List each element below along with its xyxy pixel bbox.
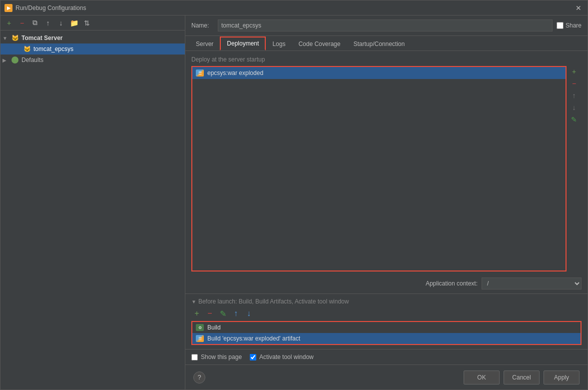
dialog-icon: ▶ xyxy=(4,4,12,12)
before-launch-toggle[interactable]: ▼ xyxy=(191,299,196,304)
before-launch-toolbar: + − ✎ ↑ ↓ xyxy=(191,308,582,319)
before-launch-down-button[interactable]: ↓ xyxy=(243,308,254,319)
deploy-section: Deploy at the server startup ☰ epcsys:wa… xyxy=(185,51,588,276)
name-row: Name: Share xyxy=(185,16,588,36)
title-bar: ▶ Run/Debug Configurations ✕ xyxy=(0,0,588,16)
before-launch-section: ▼ Before launch: Build, Build Artifacts,… xyxy=(185,294,588,349)
deploy-down-button[interactable]: ↓ xyxy=(569,102,580,113)
tree-item-tomcat-server-group[interactable]: ▼ 🐱 Tomcat Server xyxy=(0,32,185,44)
before-launch-title: Before launch: Build, Build Artifacts, A… xyxy=(198,298,349,305)
sort-button[interactable]: ⇅ xyxy=(81,18,92,28)
tomcat-epcsys-label: tomcat_epcsys xyxy=(33,46,73,52)
deploy-edit-button[interactable]: ✎ xyxy=(569,114,580,125)
copy-config-button[interactable]: ⧉ xyxy=(29,18,40,28)
folder-button[interactable]: 📁 xyxy=(68,18,79,28)
tab-deployment[interactable]: Deployment xyxy=(220,36,266,50)
tabs-row: Server Deployment Logs Code Coverage Sta… xyxy=(185,36,588,51)
ok-button[interactable]: OK xyxy=(464,370,500,384)
tab-code-coverage[interactable]: Code Coverage xyxy=(292,36,347,50)
close-button[interactable]: ✕ xyxy=(574,3,584,13)
war-exploded-icon: ☰ xyxy=(195,68,204,78)
build-artifact-icon: ☰ xyxy=(195,334,204,343)
tomcat-server-icon: 🐱 xyxy=(10,34,19,42)
deploy-list: ☰ epcsys:war exploded xyxy=(191,66,567,272)
deploy-side-buttons: + − ↑ ↓ ✎ xyxy=(567,66,582,272)
add-config-button[interactable]: + xyxy=(3,18,14,28)
main-content: + − ⧉ ↑ ↓ 📁 ⇅ ▼ 🐱 Tomcat Server xyxy=(0,16,588,390)
tree-item-tomcat-epcsys[interactable]: ▶ 🐱 tomcat_epcsys xyxy=(0,44,185,54)
deploy-remove-button[interactable]: − xyxy=(569,78,580,89)
dialog-title: Run/Debug Configurations xyxy=(15,4,574,12)
name-input[interactable] xyxy=(218,20,553,32)
tab-logs[interactable]: Logs xyxy=(266,36,292,50)
tree-toggle-tomcat: ▼ xyxy=(2,36,10,41)
move-down-button[interactable]: ↓ xyxy=(55,18,66,28)
footer-options: Show this page Activate tool window xyxy=(185,349,588,364)
app-context-label: Application context: xyxy=(426,280,478,287)
share-checkbox[interactable] xyxy=(557,22,564,29)
deploy-item-label: epcsys:war exploded xyxy=(207,70,263,76)
right-panel: Name: Share Server Deployment Logs xyxy=(185,16,588,390)
bottom-bar: ? OK Cancel Apply xyxy=(185,364,588,390)
build-icon: ⚙ xyxy=(195,323,204,332)
before-launch-remove-button[interactable]: − xyxy=(204,308,215,319)
activate-tool-checkbox[interactable] xyxy=(250,354,256,360)
help-button[interactable]: ? xyxy=(193,372,205,384)
build-artifact-label: Build 'epcsys:war exploded' artifact xyxy=(207,335,300,342)
before-launch-list: ⚙ Build ☰ Build 'epcsys:war exploded' ar… xyxy=(191,321,582,345)
show-page-label: Show this page xyxy=(201,354,242,360)
deploy-up-button[interactable]: ↑ xyxy=(569,90,580,101)
deploy-main: ☰ epcsys:war exploded + − ↑ ↓ ✎ xyxy=(191,66,582,272)
deploy-add-button[interactable]: + xyxy=(569,66,580,77)
tab-startup-connection[interactable]: Startup/Connection xyxy=(347,36,411,50)
share-area: Share xyxy=(557,22,582,29)
activate-tool-option: Activate tool window xyxy=(250,354,314,360)
cancel-button[interactable]: Cancel xyxy=(504,370,540,384)
left-panel: + − ⧉ ↑ ↓ 📁 ⇅ ▼ 🐱 Tomcat Server xyxy=(0,16,185,390)
move-up-button[interactable]: ↑ xyxy=(42,18,53,28)
tab-server[interactable]: Server xyxy=(189,36,220,50)
deployment-tab-content: Deploy at the server startup ☰ epcsys:wa… xyxy=(185,51,588,364)
config-tree: ▼ 🐱 Tomcat Server ▶ 🐱 tomcat_epcsys xyxy=(0,30,185,390)
defaults-label: Defaults xyxy=(21,56,43,64)
before-launch-item-build[interactable]: ⚙ Build xyxy=(192,322,581,333)
name-label: Name: xyxy=(191,22,214,29)
deploy-item-epcsys-war[interactable]: ☰ epcsys:war exploded xyxy=(192,67,566,79)
apply-button[interactable]: Apply xyxy=(544,370,580,384)
deploy-at-startup-label: Deploy at the server startup xyxy=(191,56,582,63)
show-page-option: Show this page xyxy=(191,354,242,360)
run-debug-configurations-dialog: ▶ Run/Debug Configurations ✕ + − ⧉ ↑ ↓ 📁… xyxy=(0,0,588,390)
tree-item-defaults[interactable]: ▶ Defaults xyxy=(0,54,185,66)
build-label: Build xyxy=(207,324,221,331)
tree-toggle-defaults: ▶ xyxy=(2,58,10,63)
before-launch-edit-button[interactable]: ✎ xyxy=(217,308,228,319)
remove-config-button[interactable]: − xyxy=(16,18,27,28)
app-context-dropdown[interactable]: / xyxy=(482,278,582,290)
before-launch-up-button[interactable]: ↑ xyxy=(230,308,241,319)
share-label: Share xyxy=(566,22,582,29)
left-toolbar: + − ⧉ ↑ ↓ 📁 ⇅ xyxy=(0,16,185,30)
tomcat-server-label: Tomcat Server xyxy=(21,34,62,42)
before-launch-item-build-artifact[interactable]: ☰ Build 'epcsys:war exploded' artifact xyxy=(192,333,581,344)
before-launch-header: ▼ Before launch: Build, Build Artifacts,… xyxy=(191,298,582,305)
tomcat-epcsys-icon: 🐱 xyxy=(22,45,31,53)
before-launch-add-button[interactable]: + xyxy=(191,308,202,319)
activate-tool-label: Activate tool window xyxy=(259,354,314,360)
show-page-checkbox[interactable] xyxy=(191,354,198,360)
defaults-icon xyxy=(10,56,19,64)
